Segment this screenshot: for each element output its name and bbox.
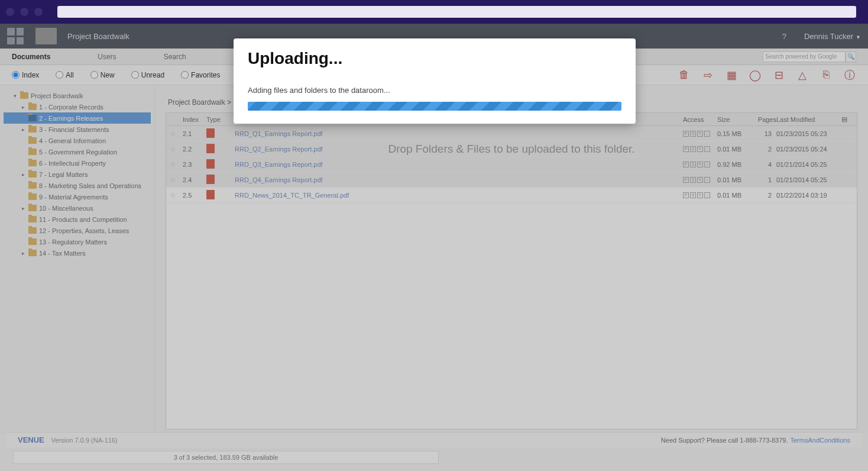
modal-text: Adding files and folders to the dataroom… [248, 86, 621, 95]
window-titlebar [0, 0, 868, 24]
url-bar[interactable] [57, 6, 856, 18]
upload-modal: Uploading... Adding files and folders to… [234, 38, 636, 124]
min-dot[interactable] [20, 8, 28, 16]
close-dot[interactable] [6, 8, 14, 16]
modal-title: Uploading... [248, 49, 621, 68]
window-controls[interactable] [6, 8, 43, 16]
progress-bar [248, 102, 621, 111]
max-dot[interactable] [34, 8, 43, 16]
